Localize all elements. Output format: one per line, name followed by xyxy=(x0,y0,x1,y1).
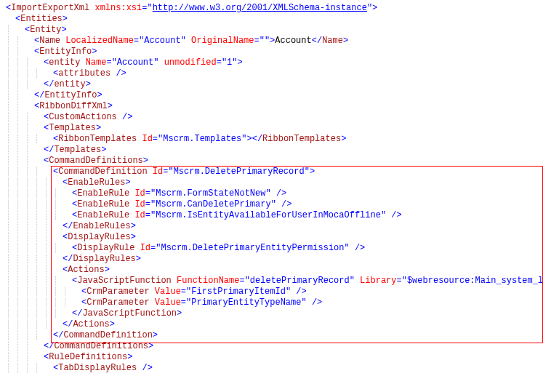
code-content: <JavaScriptFunction FunctionName="delete… xyxy=(3,276,543,286)
code-content: <attributes /> xyxy=(3,68,126,79)
code-line: ┊┊┊<entity Name="Account" unmodified="1"… xyxy=(3,57,540,68)
code-line: ┊┊┊┊<TabDisplayRules /> xyxy=(3,363,540,374)
code-content: <CustomActions /> xyxy=(3,112,132,122)
code-content: <Entity> xyxy=(3,25,67,35)
code-line: ┊┊┊┊┊┊<EnableRule Id="Mscrm.FormStateNot… xyxy=(3,188,540,199)
code-line: ┊┊┊<RuleDefinitions> xyxy=(3,352,540,363)
code-line: ┊┊┊<CommandDefinitions> xyxy=(3,156,540,167)
code-line: ┊┊┊┊┊┊<EnableRule Id="Mscrm.CanDeletePri… xyxy=(3,199,540,210)
code-content: </EnableRules> xyxy=(3,221,136,231)
code-content: <Name LocalizedName="Account" OriginalNa… xyxy=(3,36,348,46)
code-line: ┊┊┊<Templates> xyxy=(3,123,540,134)
code-content: <CommandDefinition Id="Mscrm.DeletePrima… xyxy=(3,167,315,177)
code-content: </DisplayRules> xyxy=(3,254,141,264)
code-content: <ImportExportXml xmlns:xsi="http://www.w… xyxy=(3,3,377,13)
code-line: ┊┊┊┊┊</Actions> xyxy=(3,319,540,330)
code-line: ┊┊┊┊┊┊<EnableRule Id="Mscrm.IsEntityAvai… xyxy=(3,210,540,221)
code-line: ┊┊┊┊┊┊<DisplayRule Id="Mscrm.DeletePrima… xyxy=(3,243,540,254)
code-line: ┊┊┊┊┊</DisplayRules> xyxy=(3,254,540,265)
code-line: ┊┊┊</CommandDefinitions> xyxy=(3,341,540,352)
code-line: ┊┊┊┊┊<DisplayRules> xyxy=(3,232,540,243)
code-line: ┊┊┊<CustomActions /> xyxy=(3,112,540,123)
code-line: ┊┊┊┊</CommandDefinition> xyxy=(3,330,540,341)
code-content: <CrmParameter Value="PrimaryEntityTypeNa… xyxy=(3,297,322,308)
code-line: ┊┊┊┊<attributes /> xyxy=(3,68,540,79)
code-line: ┊┊┊┊┊<Actions> xyxy=(3,265,540,276)
code-line: ┊┊┊┊┊┊┊<CrmParameter Value="PrimaryEntit… xyxy=(3,297,540,308)
code-content: <RibbonTemplates Id="Mscrm.Templates"></… xyxy=(3,134,346,144)
code-line: ┊┊┊┊┊<EnableRules> xyxy=(3,177,540,188)
code-line: ┊┊┊</Templates> xyxy=(3,145,540,156)
code-line: ┊<Entity> xyxy=(3,25,540,36)
code-line: ┊┊<EntityInfo> xyxy=(3,47,540,57)
code-content: <EnableRule Id="Mscrm.IsEntityAvailableF… xyxy=(3,210,402,220)
code-line: ┊┊┊┊┊┊┊<CrmParameter Value="FirstPrimary… xyxy=(3,287,540,297)
code-line: ┊┊</EntityInfo> xyxy=(3,90,540,101)
code-line: ┊┊<Name LocalizedName="Account" Original… xyxy=(3,36,540,47)
code-content: <DisplayRules> xyxy=(3,232,136,242)
code-line: ┊┊┊┊┊┊<JavaScriptFunction FunctionName="… xyxy=(3,276,540,287)
code-line: <ImportExportXml xmlns:xsi="http://www.w… xyxy=(3,3,540,14)
code-content: <RuleDefinitions> xyxy=(3,352,132,362)
xml-code-viewer: <ImportExportXml xmlns:xsi="http://www.w… xyxy=(3,3,540,374)
code-line: ┊┊┊┊<CommandDefinition Id="Mscrm.DeleteP… xyxy=(3,167,540,177)
code-line: ┊┊┊</entity> xyxy=(3,79,540,90)
code-line: ┊┊┊┊┊┊</JavaScriptFunction> xyxy=(3,308,540,319)
code-line: ┊┊┊┊┊</EnableRules> xyxy=(3,221,540,232)
code-line: ┊┊<RibbonDiffXml> xyxy=(3,101,540,112)
code-content: <EnableRules> xyxy=(3,177,131,188)
code-content: <Entities> xyxy=(3,14,68,24)
code-content: <entity Name="Account" unmodified="1"> xyxy=(3,57,243,68)
code-line: <Entities> xyxy=(3,14,540,25)
code-line: ┊┊┊┊<RibbonTemplates Id="Mscrm.Templates… xyxy=(3,134,540,145)
